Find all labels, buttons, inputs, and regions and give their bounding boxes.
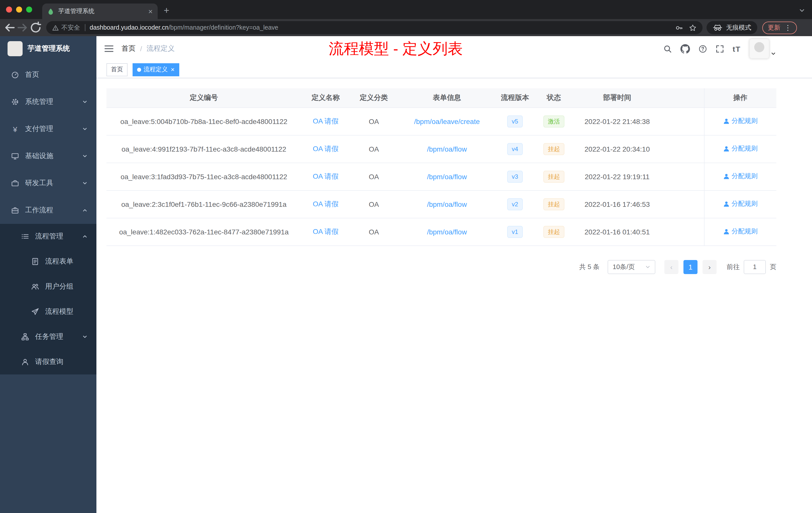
update-chrome-button[interactable]: 更新 ⋮ xyxy=(762,21,797,34)
filler-column-header xyxy=(660,88,704,108)
update-label: 更新 xyxy=(768,23,780,32)
assign-rule-button[interactable]: 分配规则 xyxy=(723,172,758,181)
hamburger-icon[interactable] xyxy=(105,45,114,53)
sidebar-item-process-form[interactable]: 流程表单 xyxy=(0,249,96,274)
close-tag-icon[interactable]: × xyxy=(171,66,174,73)
search-icon[interactable] xyxy=(663,44,672,53)
assign-rule-button[interactable]: 分配规则 xyxy=(723,117,758,126)
page-1-button[interactable]: 1 xyxy=(684,260,697,274)
definition-name-link[interactable]: OA 请假 xyxy=(313,144,339,152)
chevron-down-icon xyxy=(82,126,87,131)
status-badge: 挂起 xyxy=(543,198,564,210)
user-avatar[interactable] xyxy=(749,39,769,59)
page-banner: 流程模型 - 定义列表 xyxy=(96,36,695,61)
users-icon xyxy=(31,282,39,291)
sidebar-item-label: 用户分组 xyxy=(45,282,73,291)
sidebar-item-user-group[interactable]: 用户分组 xyxy=(0,274,96,299)
sidebar-item-task-manage[interactable]: 任务管理 xyxy=(0,324,96,350)
tags-view: 首页流程定义× xyxy=(96,61,812,78)
definition-name-link[interactable]: OA 请假 xyxy=(313,227,339,235)
next-page-button[interactable]: › xyxy=(702,260,717,274)
zoom-window-button[interactable] xyxy=(26,6,32,12)
version-cell: v1 xyxy=(496,218,534,245)
assign-rule-button[interactable]: 分配规则 xyxy=(723,144,758,153)
new-tab-button[interactable]: + xyxy=(164,5,169,15)
definition-category: OA xyxy=(350,163,398,190)
bookmark-star-icon[interactable] xyxy=(689,24,696,31)
tab-search-chevron-icon[interactable] xyxy=(799,7,805,13)
security-label[interactable]: 不安全 xyxy=(61,23,80,32)
total-count: 共 5 条 xyxy=(579,262,600,271)
filler-cell xyxy=(660,135,704,163)
prev-page-button[interactable]: ‹ xyxy=(664,260,678,274)
sidebar-item-process-manage[interactable]: 流程管理 xyxy=(0,224,96,249)
chevron-down-icon xyxy=(82,334,87,339)
page-size-select[interactable]: 10条/页 xyxy=(608,260,655,274)
fullscreen-icon[interactable] xyxy=(716,44,724,53)
sidebar-item-process-model[interactable]: 流程模型 xyxy=(0,299,96,324)
definition-name-cell: OA 请假 xyxy=(301,108,350,135)
navbar: 首页 / 流程定义 流程模型 - 定义列表 tT xyxy=(96,36,812,61)
sidebar-item-infrastructure[interactable]: 基础设施 xyxy=(0,143,96,170)
action-cell: 分配规则 xyxy=(704,163,776,190)
user-icon xyxy=(723,173,730,180)
tag-0[interactable]: 首页 xyxy=(107,63,127,76)
table-row: oa_leave:2:3c1f0ef1-76b1-11ec-9c66-a2380… xyxy=(107,190,776,218)
form-link[interactable]: /bpm/oa/flow xyxy=(427,173,467,180)
definition-name-link[interactable]: OA 请假 xyxy=(313,200,339,208)
version-cell: v4 xyxy=(496,135,534,163)
chevron-down-icon xyxy=(82,99,87,104)
browser-chrome: 芋道管理系统 × + 不安全 dashboard.yudao.iocoder.c… xyxy=(0,0,812,36)
definition-category: OA xyxy=(350,218,398,245)
filler-cell xyxy=(660,108,704,135)
active-tag-dot xyxy=(137,67,141,71)
sidebar-item-leave-query[interactable]: 请假查询 xyxy=(0,350,96,374)
dashboard-icon xyxy=(11,71,19,79)
forward-button[interactable] xyxy=(16,21,29,34)
reload-button[interactable] xyxy=(29,21,42,34)
browser-menu-icon[interactable]: ⋮ xyxy=(784,24,791,31)
form-link[interactable]: /bpm/oa/flow xyxy=(427,200,467,208)
form-link[interactable]: /bpm/oa/flow xyxy=(427,145,467,153)
close-tab-icon[interactable]: × xyxy=(148,7,153,15)
sidebar-item-system[interactable]: 系统管理 xyxy=(0,88,96,116)
close-window-button[interactable] xyxy=(6,6,12,12)
sidebar-item-dev-tools[interactable]: 研发工具 xyxy=(0,170,96,197)
browser-tab[interactable]: 芋道管理系统 × xyxy=(42,3,158,19)
goto-page-input[interactable] xyxy=(744,260,766,274)
app-logo[interactable]: 芋道管理系统 xyxy=(0,36,96,61)
minimize-window-button[interactable] xyxy=(16,6,22,12)
definition-name-cell: OA 请假 xyxy=(301,163,350,190)
assign-rule-button[interactable]: 分配规则 xyxy=(723,200,758,209)
sidebar-item-home[interactable]: 首页 xyxy=(0,61,96,88)
sidebar-item-payment[interactable]: ¥支付管理 xyxy=(0,116,96,143)
definition-name-link[interactable]: OA 请假 xyxy=(313,117,339,125)
breadcrumb-home[interactable]: 首页 xyxy=(121,44,136,53)
sidebar-item-label: 任务管理 xyxy=(35,332,63,341)
version-badge: v5 xyxy=(507,115,522,127)
action-cell: 分配规则 xyxy=(704,108,776,135)
back-button[interactable] xyxy=(3,21,16,34)
address-bar[interactable]: 不安全 dashboard.yudao.iocoder.cn/bpm/manag… xyxy=(46,21,702,34)
sidebar-item-workflow[interactable]: 工作流程 xyxy=(0,197,96,224)
status-badge: 激活 xyxy=(543,115,564,127)
form-link[interactable]: /bpm/oa/leave/create xyxy=(414,117,480,125)
sidebar-item-label: 请假查询 xyxy=(35,357,63,366)
password-key-icon[interactable] xyxy=(675,24,683,31)
sidebar-item-label: 支付管理 xyxy=(25,124,53,133)
tag-1[interactable]: 流程定义× xyxy=(133,63,179,76)
navbar-actions: tT xyxy=(663,39,776,59)
definition-name-link[interactable]: OA 请假 xyxy=(313,172,339,180)
column-header-4: 流程版本 xyxy=(496,88,534,108)
help-icon[interactable] xyxy=(698,44,707,53)
warning-icon xyxy=(52,24,59,31)
form-link[interactable]: /bpm/oa/flow xyxy=(427,228,467,236)
status-badge: 挂起 xyxy=(543,171,564,182)
deploy-time: 2022-01-22 21:48:38 xyxy=(574,108,660,135)
text-size-button[interactable]: tT xyxy=(733,44,741,53)
chevron-down-icon xyxy=(645,264,650,269)
user-menu[interactable] xyxy=(749,39,776,59)
assign-rule-button[interactable]: 分配规则 xyxy=(723,227,758,236)
github-icon[interactable] xyxy=(680,44,690,54)
sidebar-item-label: 首页 xyxy=(25,70,39,79)
